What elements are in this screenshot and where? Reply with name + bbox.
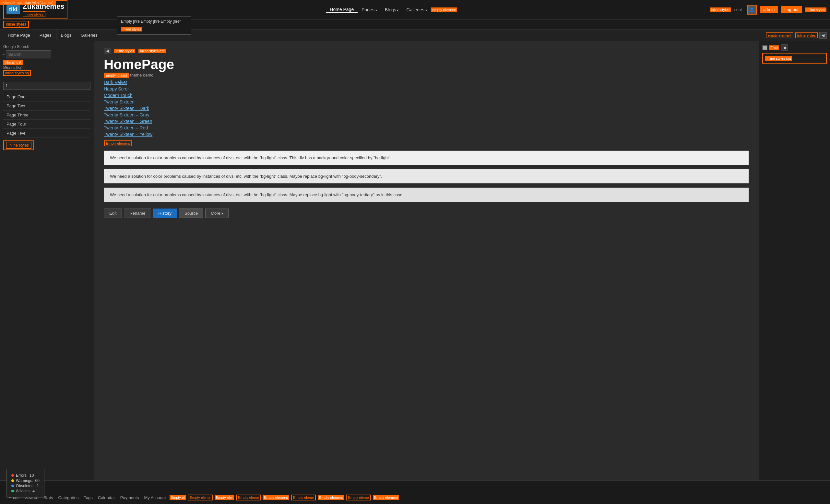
footer-nav-payments[interactable]: Payments bbox=[118, 495, 141, 501]
sidebar-search-label: Google Search bbox=[3, 44, 91, 49]
empty-class-row: Empty [class] theme demo: bbox=[104, 72, 749, 78]
left-sidebar: Google Search • #localhost Missing [for]… bbox=[0, 41, 94, 480]
sidebar-page-three[interactable]: Page Three bbox=[3, 111, 91, 120]
obsoletes-count: 2 bbox=[36, 483, 39, 488]
sidebar-search-area: Google Search • #localhost Missing [for]… bbox=[3, 44, 91, 76]
footer-nav-tags[interactable]: Tags bbox=[82, 495, 94, 501]
advices-label: Advices: bbox=[16, 489, 30, 493]
errors-dot bbox=[11, 474, 14, 477]
sidebar-page-two[interactable]: Page Two bbox=[3, 101, 91, 111]
theme-twenty-sixteen[interactable]: Twenty Sixteen bbox=[104, 99, 749, 104]
page-title: HomePage bbox=[104, 57, 749, 72]
footer-nav-myaccount[interactable]: My Account bbox=[142, 495, 168, 501]
warnings-label: Warnings: bbox=[16, 478, 33, 483]
content-box-2: We need a solution for color problems ca… bbox=[104, 169, 749, 184]
right-panel-collapse[interactable]: ◀ bbox=[781, 44, 788, 51]
warnings-count: 60 bbox=[35, 478, 39, 483]
footer-empty-el-8: Empty eleme bbox=[346, 495, 371, 500]
inline-panel-content: Inline styles cnt bbox=[762, 53, 827, 64]
main-layout: Google Search • #localhost Missing [for]… bbox=[0, 41, 830, 480]
logo-tiki: tiki bbox=[6, 5, 20, 14]
obsoletes-dot bbox=[11, 484, 14, 487]
top-nav-right: Inline styles sent 👤 admin Log out Inlin… bbox=[709, 5, 827, 14]
inline-styles-bar-label: Inline styles bbox=[3, 21, 29, 28]
rename-button[interactable]: Rename bbox=[124, 209, 151, 218]
sent-label: sent bbox=[734, 7, 742, 12]
second-tab-pages[interactable]: Pages bbox=[35, 30, 56, 41]
head-warning: <head> must start with [charset] bbox=[0, 0, 56, 5]
theme-twenty-sixteen-green[interactable]: Twenty Sixteen – Green bbox=[104, 119, 749, 124]
footer-empty-el-9: Empty element bbox=[373, 495, 399, 500]
admin-button[interactable]: admin bbox=[760, 6, 778, 13]
footer-nav-annotation: Inline styles bbox=[0, 484, 830, 492]
footer-nav-categories[interactable]: Categories bbox=[56, 495, 81, 501]
theme-dark-velvet[interactable]: Dark Velvet bbox=[104, 80, 749, 85]
theme-twenty-sixteen-gray[interactable]: Twenty Sixteen – Gray bbox=[104, 112, 749, 117]
theme-happy-scroll[interactable]: Happy Scroll bbox=[104, 86, 749, 91]
panel-left-arrow[interactable]: ◀ bbox=[104, 48, 111, 54]
second-nav-inline: Inline styles bbox=[795, 32, 818, 38]
emp-label: Emp bbox=[769, 45, 779, 50]
collapse-btn[interactable]: ◀ bbox=[819, 32, 827, 39]
theme-twenty-sixteen-yellow[interactable]: Twenty Sixteen – Yellow bbox=[104, 132, 749, 137]
warnings-dot bbox=[11, 479, 14, 482]
theme-twenty-sixteen-red[interactable]: Twenty Sixteen – Red bbox=[104, 125, 749, 130]
empty-element-row: Empty element bbox=[104, 140, 749, 147]
empty-class-badge: Empty [class] bbox=[104, 73, 129, 78]
grid-icon bbox=[762, 45, 767, 50]
inline-styles-badge: Inline styles bbox=[121, 27, 142, 31]
nav-empty-element: empty element bbox=[431, 7, 457, 12]
footer-empty-el-7: Empty element bbox=[318, 495, 344, 500]
theme-modern-touch[interactable]: Modern Touch bbox=[104, 93, 749, 98]
edit-button[interactable]: Edit bbox=[104, 209, 122, 218]
advices-count: 4 bbox=[32, 489, 35, 493]
dropdown-inline-styles: Inline styles bbox=[117, 25, 191, 33]
sidebar-inline-or: Inline styles or] bbox=[3, 70, 31, 76]
source-button[interactable]: Source bbox=[179, 209, 203, 218]
second-nav-empty: empty element bbox=[766, 32, 793, 38]
sidebar-page-five[interactable]: Page Five bbox=[3, 129, 91, 138]
sidebar-page-one[interactable]: Page One bbox=[3, 92, 91, 101]
sidebar-page-four[interactable]: Page Four bbox=[3, 120, 91, 129]
user-icon[interactable]: 👤 bbox=[747, 5, 757, 14]
footer-nav: Home Search Stats Categories Tags Calend… bbox=[0, 492, 830, 504]
sidebar-number-input[interactable]: 1 bbox=[3, 82, 91, 90]
inline-styles-cnt: Inline styles cnt bbox=[765, 56, 792, 61]
errors-label: Errors: bbox=[16, 473, 28, 478]
nav-item-galleries[interactable]: Galleries bbox=[403, 7, 431, 12]
logout-button[interactable]: Log out bbox=[781, 6, 801, 13]
right-panel: Emp ◀ Inline styles cnt bbox=[759, 41, 830, 480]
more-button[interactable]: More bbox=[205, 209, 228, 218]
advices-dot bbox=[11, 490, 14, 492]
footer-empty-el-4: Empty eleme bbox=[236, 495, 261, 500]
nav-dropdown: Empty [hre Empty [hre Empty [href Inline… bbox=[117, 16, 191, 35]
nav-item-pages[interactable]: Pages bbox=[358, 7, 381, 12]
error-panel: Errors: 10 Warnings: 60 Obsoletes: 2 Adv… bbox=[6, 469, 44, 498]
second-tab-blogs[interactable]: Blogs bbox=[56, 30, 76, 41]
second-tab-galleries[interactable]: Galleries bbox=[76, 30, 102, 41]
footer-nav-calendar[interactable]: Calendar bbox=[96, 495, 117, 501]
logo-inline-styles: Inline styles bbox=[23, 11, 45, 17]
sidebar-search-input[interactable] bbox=[6, 50, 51, 58]
right-inline-styles: Inline styles bbox=[805, 7, 826, 12]
content-panel: ◀ Inline styles Inline styles ent HomePa… bbox=[94, 41, 759, 480]
footer-empty-el-3: Empty eler bbox=[215, 495, 234, 500]
theme-twenty-sixteen-dark[interactable]: Twenty Sixteen – Dark bbox=[104, 106, 749, 111]
history-button[interactable]: History bbox=[153, 209, 177, 218]
footer-empty-el-5: Empty element bbox=[263, 495, 289, 500]
content-top-controls: ◀ Inline styles Inline styles ent bbox=[104, 48, 749, 54]
nav-item-homepage[interactable]: Home Page bbox=[326, 7, 358, 13]
dropdown-item[interactable]: Empty [hre Empty [hre Empty [href bbox=[117, 18, 191, 25]
footer-empty-el-6: Empty eleme bbox=[291, 495, 316, 500]
content-empty-element-badge: Empty element bbox=[104, 140, 132, 146]
sidebar-localhost-badge: #localhost bbox=[3, 60, 23, 65]
nav-item-blogs[interactable]: Blogs bbox=[381, 7, 403, 12]
inline-styles-right: Inline styles bbox=[710, 7, 731, 12]
footer-empty-el-2: Empty eleme bbox=[188, 495, 212, 500]
sidebar-missing-label: Missing [for] bbox=[3, 65, 91, 69]
sidebar-pages: Page One Page Two Page Three Page Four P… bbox=[3, 92, 91, 138]
content-inline-styles-ent: Inline styles ent bbox=[138, 49, 166, 53]
second-tab-homepage[interactable]: Home Page bbox=[3, 30, 35, 41]
top-navbar: tiki Zukathemes Inline styles Home Page … bbox=[0, 0, 830, 20]
second-nav-controls: empty element Inline styles ◀ bbox=[765, 32, 827, 39]
